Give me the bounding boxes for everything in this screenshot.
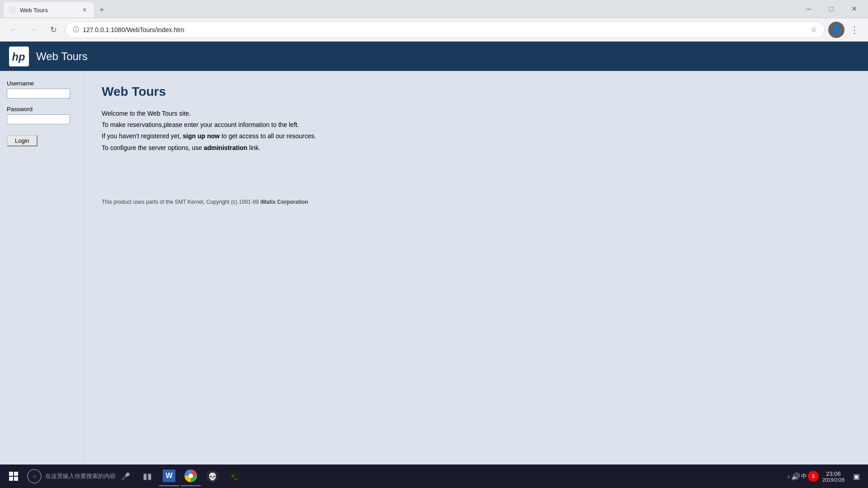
taskbar-right: ∧ 🔊 中 S 23:06 2019/2/28 ▣ — [787, 468, 864, 484]
clock-date: 2019/2/28 — [822, 477, 844, 483]
admin-link[interactable]: administration — [204, 144, 247, 151]
forward-button[interactable]: → — [25, 22, 42, 38]
secure-icon: ⓘ — [73, 26, 79, 34]
refresh-button[interactable]: ↻ — [45, 22, 61, 38]
chrome-icon — [184, 469, 197, 482]
copyright-company: iMatix Corporation — [260, 199, 308, 205]
speaker-icon[interactable]: 🔊 — [791, 472, 800, 481]
skull-app[interactable]: 💀 — [203, 466, 222, 486]
welcome-line4: To configure the server options, use adm… — [102, 142, 850, 154]
active-tab[interactable]: Web Tours ✕ — [4, 2, 94, 18]
line3-prefix: If you haven't registered yet, — [102, 132, 181, 140]
start-button[interactable] — [4, 466, 24, 486]
window-controls: ─ □ ✕ — [798, 2, 864, 16]
close-button[interactable]: ✕ — [844, 2, 864, 16]
username-group: Username — [7, 80, 76, 99]
browser-window: Web Tours ✕ + ─ □ ✕ ← → ↻ ⓘ 127.0.0.1:10… — [0, 0, 868, 488]
terminal-app[interactable]: >_ — [224, 466, 244, 486]
profile-icon[interactable]: 👤 — [828, 22, 844, 38]
login-button[interactable]: Login — [7, 135, 38, 146]
welcome-line2: To make reservations,please enter your a… — [102, 119, 850, 131]
password-group: Password — [7, 106, 76, 124]
page-content: hp Web Tours Username Password Login — [0, 42, 868, 488]
main-layout: Username Password Login Web Tours Welcom… — [0, 71, 868, 488]
address-bar[interactable]: ⓘ 127.0.0.1:1080/WebTours/index.htm ☆ — [65, 22, 825, 38]
maximize-button[interactable]: □ — [821, 2, 842, 16]
site-title: Web Tours — [36, 50, 88, 63]
taskbar: ○ 在这里输入你要搜索的内容 🎤 ▮▮ W 💀 >_ ∧ � — [0, 465, 868, 488]
line4-prefix: To configure the server options, use — [102, 144, 202, 151]
new-tab-button[interactable]: + — [94, 2, 112, 18]
notif-arrow[interactable]: ∧ — [787, 474, 790, 479]
search-placeholder[interactable]: 在这里输入你要搜索的内容 — [45, 472, 116, 480]
welcome-text: Welcome to the Web Tours site. To make r… — [102, 108, 850, 154]
hp-logo: hp — [9, 47, 29, 66]
copyright-prefix: This product uses parts of the SMT Kerne… — [102, 199, 259, 205]
password-input[interactable] — [7, 114, 70, 124]
username-input[interactable] — [7, 89, 70, 99]
line4-suffix: link. — [249, 144, 260, 151]
sidebar: Username Password Login — [0, 71, 84, 488]
taskview-app[interactable]: ▮▮ — [137, 466, 157, 486]
username-label: Username — [7, 80, 76, 87]
windows-icon — [9, 472, 18, 481]
mic-icon[interactable]: 🎤 — [121, 472, 130, 481]
welcome-line1: Welcome to the Web Tours site. — [102, 108, 850, 119]
menu-icon[interactable]: ⋮ — [846, 23, 863, 37]
skull-icon: 💀 — [206, 470, 219, 483]
signup-link[interactable]: sign up now — [183, 132, 220, 140]
content-area: Web Tours Welcome to the Web Tours site.… — [84, 71, 868, 488]
hp-header: hp Web Tours — [0, 42, 868, 71]
copyright-text: This product uses parts of the SMT Kerne… — [102, 199, 850, 205]
welcome-line3: If you haven't registered yet, sign up n… — [102, 131, 850, 142]
taskview-icon: ▮▮ — [141, 470, 154, 483]
taskbar-clock[interactable]: 23:06 2019/2/28 — [822, 470, 844, 483]
nav-right: 👤 ⋮ — [828, 22, 863, 38]
tab-close-button[interactable]: ✕ — [80, 6, 89, 14]
back-button[interactable]: ← — [5, 22, 22, 38]
action-center-icon[interactable]: ▣ — [848, 468, 864, 484]
taskbar-search-area: ○ 在这里输入你要搜索的内容 🎤 — [27, 469, 130, 483]
word-app[interactable]: W — [159, 466, 179, 486]
address-text: 127.0.0.1:1080/WebTours/index.htm — [83, 26, 807, 33]
svg-text:hp: hp — [12, 51, 25, 63]
line3-suffix: to get access to all our resources. — [222, 132, 316, 140]
notification-area: ∧ 🔊 中 S — [787, 471, 819, 482]
nav-bar: ← → ↻ ⓘ 127.0.0.1:1080/WebTours/index.ht… — [0, 18, 868, 42]
password-label: Password — [7, 106, 76, 113]
minimize-button[interactable]: ─ — [798, 2, 819, 16]
chrome-app[interactable] — [181, 466, 201, 486]
tab-bar: Web Tours ✕ + — [4, 0, 795, 18]
terminal-icon: >_ — [228, 470, 241, 483]
antivirus-icon[interactable]: S — [808, 471, 819, 482]
cortana-icon[interactable]: ○ — [27, 469, 42, 483]
tab-title: Web Tours — [20, 7, 48, 14]
title-bar: Web Tours ✕ + ─ □ ✕ — [0, 0, 868, 18]
word-icon: W — [163, 469, 175, 482]
page-heading: Web Tours — [102, 84, 850, 99]
clock-time: 23:06 — [822, 470, 844, 477]
bookmark-icon[interactable]: ☆ — [811, 25, 817, 34]
input-method-icon[interactable]: 中 — [801, 472, 807, 480]
taskbar-apps: ▮▮ W 💀 >_ — [137, 466, 244, 486]
tab-favicon-icon — [9, 6, 16, 14]
